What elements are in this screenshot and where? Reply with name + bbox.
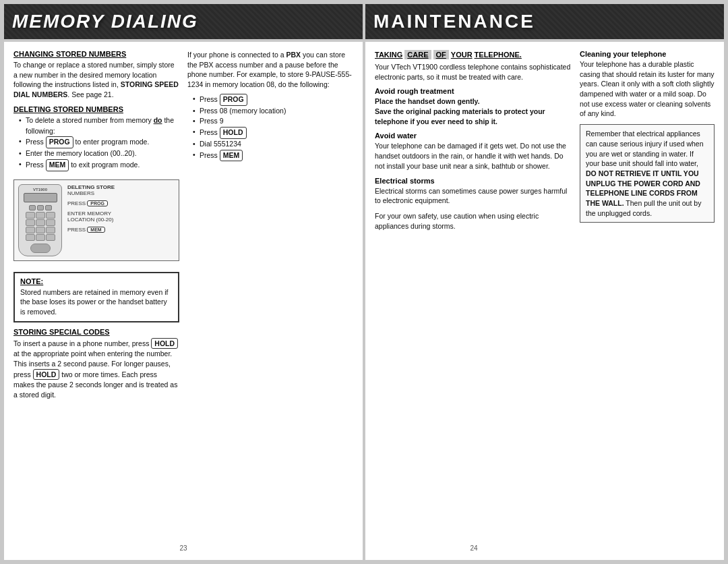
left-header: MEMORY DIALING (4, 4, 363, 39)
header-row: MEMORY DIALING MAINTENANCE (4, 4, 724, 39)
list-item: Dial 5551234 (193, 139, 353, 150)
storing-special-section: STORING SPECIAL CODES To insert a pause … (13, 328, 179, 400)
right-col-right: Cleaning your telephone Your telephone h… (580, 50, 715, 552)
left-page: CHANGING STORED NUMBERS To change or rep… (4, 42, 363, 560)
right-page-title: MAINTENANCE (373, 11, 535, 32)
note-box: NOTE: Stored numbers are retained in mem… (13, 272, 179, 322)
list-item: Press HOLD (193, 127, 353, 139)
right-page-number: 24 (375, 544, 573, 552)
taking-care-body: Your VTech VT1900 cordless telephone con… (375, 62, 573, 82)
avoid-rough-title: Avoid rough treatment (375, 87, 573, 95)
label-item: PRESS PROG (67, 200, 115, 206)
list-item: Press PROG (193, 94, 353, 106)
electrical-storms-title: Electrical storms (375, 177, 573, 185)
word-your: YOUR (451, 51, 473, 59)
phone-screen (24, 193, 57, 202)
avoid-rough-body: Place the handset down gently. Save the … (375, 96, 573, 126)
deleting-stored-title: DELETING STORED NUMBERS (13, 105, 179, 113)
electrical-storms-section: Electrical storms Electrical storms can … (375, 177, 573, 231)
cleaning-section: Cleaning your telephone Your telephone h… (580, 50, 715, 119)
deleting-stored-list: To delete a stored number from memory do… (13, 115, 179, 171)
pbx-list: Press PROG Press 08 (memory location) Pr… (187, 94, 353, 162)
list-item: Press MEM (193, 150, 353, 162)
right-col-left: TAKING CARE OF YOUR TELEPHONE. Your VTec… (375, 50, 573, 552)
word-of: OF (433, 50, 449, 59)
page-wrapper: MEMORY DIALING MAINTENANCE CHANGING STOR… (0, 0, 728, 564)
label-item: PRESS MEM (67, 227, 115, 233)
phone-image: VT1900 (18, 184, 62, 256)
electrical-storms-body: Electrical storms can sometimes cause po… (375, 186, 573, 206)
phone-keypad (26, 212, 55, 241)
avoid-water-section: Avoid water Your telephone can be damage… (375, 132, 573, 171)
word-taking: TAKING (375, 51, 402, 59)
phone-diagram: VT1900 (13, 179, 179, 261)
note-title: NOTE: (20, 277, 173, 285)
storing-special-title: STORING SPECIAL CODES (13, 328, 179, 336)
left-page-number: 23 (13, 544, 353, 552)
cleaning-body: Your telephone has a durable plastic cas… (580, 59, 715, 119)
pbx-intro: If your phone is connected to a PBX you … (187, 50, 353, 90)
avoid-water-title: Avoid water (375, 132, 573, 140)
storing-special-body: To insert a pause in a phone number, pre… (13, 338, 179, 400)
changing-stored-title: CHANGING STORED NUMBERS (13, 50, 179, 58)
list-item: Enter the memory location (00..20). (19, 148, 179, 159)
pbx-section: If your phone is connected to a PBX you … (187, 50, 353, 161)
right-header: MAINTENANCE (365, 4, 724, 39)
taking-care-section: TAKING CARE OF YOUR TELEPHONE. Your VTec… (375, 50, 573, 82)
warning-box: Remember that electrical appliances can … (580, 124, 715, 223)
label-item: DELETING STORENUMBERS (67, 184, 115, 196)
deleting-stored-section: DELETING STORED NUMBERS To delete a stor… (13, 105, 179, 171)
note-body: Stored numbers are retained in memory ev… (20, 287, 173, 317)
list-item: Press 08 (memory location) (193, 106, 353, 117)
electrical-storms-extra: For your own safety, use caution when us… (375, 211, 573, 231)
list-item: Press MEM to exit program mode. (19, 159, 179, 171)
list-item: Press 9 (193, 116, 353, 127)
changing-stored-body: To change or replace a stored number, si… (13, 60, 179, 100)
warning-body: Remember that electrical appliances can … (586, 129, 708, 218)
list-item: To delete a stored number from memory do… (19, 115, 179, 137)
label-item: ENTER MEMORYLOCATION (00-20) (67, 210, 115, 223)
changing-stored-section: CHANGING STORED NUMBERS To change or rep… (13, 50, 179, 100)
word-care: CARE (404, 50, 431, 59)
word-telephone: TELEPHONE. (475, 51, 522, 59)
taking-care-header: TAKING CARE OF YOUR TELEPHONE. (375, 50, 573, 59)
avoid-rough-section: Avoid rough treatment Place the handset … (375, 87, 573, 126)
list-item: Press PROG to enter program mode. (19, 136, 179, 148)
avoid-water-body: Your telephone can be damaged if it gets… (375, 141, 573, 171)
phone-labels: DELETING STORENUMBERS PRESS PROG ENTER M… (67, 184, 115, 233)
right-page: TAKING CARE OF YOUR TELEPHONE. Your VTec… (365, 42, 724, 560)
left-page-title: MEMORY DIALING (12, 11, 198, 32)
cleaning-title: Cleaning your telephone (580, 50, 715, 58)
content-row: CHANGING STORED NUMBERS To change or rep… (4, 42, 724, 560)
